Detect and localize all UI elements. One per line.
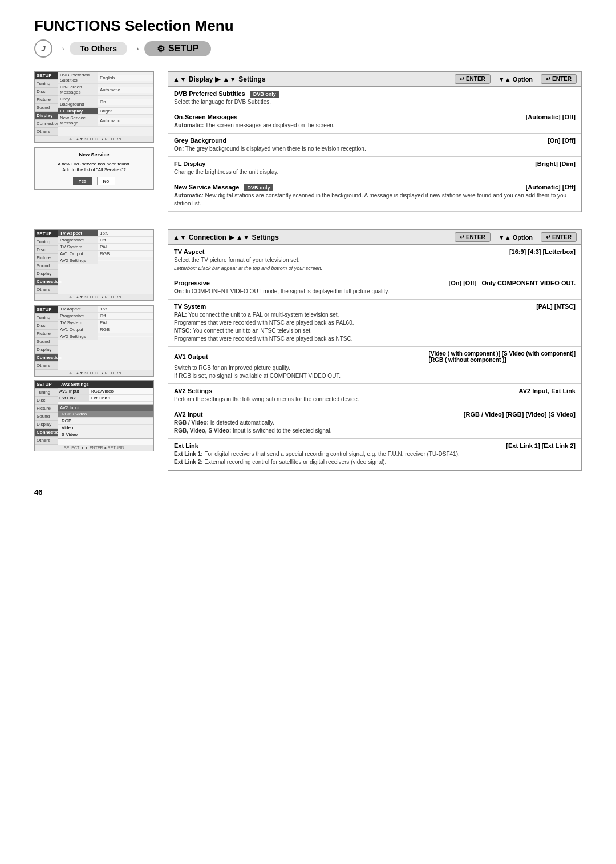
menu-value-dvb: English: [98, 75, 153, 81]
av2-input-label: AV2 Input: [58, 388, 89, 394]
av2input-desc: RGB / Video: Is detected automatically. …: [174, 419, 576, 435]
display-info-header: ▲▼ Display ▶ ▲▼ Settings ↵ ENTER ▼▲ Opti…: [168, 72, 581, 87]
av2-tv-content: AV2 Settings AV2 Input RGB/Video Ext Lin…: [58, 381, 153, 445]
display-enter-btn2[interactable]: ↵ ENTER: [541, 74, 577, 84]
conn-enter-label: ENTER: [466, 234, 485, 240]
breadcrumb-icon-label: J: [41, 44, 46, 53]
av2settings-options: AV2 Input, Ext Link: [519, 387, 576, 394]
connection-enter-btn[interactable]: ↵ ENTER: [455, 232, 491, 242]
setup-label: SETUP: [168, 43, 198, 54]
connection-tv-screen2: SETUP Tuning Disc Picture Sound Display …: [34, 305, 154, 377]
progressive-desc: On: In COMPONENT VIDEO OUT mode, the sig…: [174, 288, 576, 296]
av2-tv-sidebar: SETUP Tuning Disc Picture Sound Display …: [35, 381, 153, 445]
av2-input-item-svideo[interactable]: S Video: [58, 431, 153, 438]
menu-row-grey: Grey Background On: [58, 96, 153, 108]
breadcrumb-to-others: To Others: [70, 42, 127, 55]
conn-value-tvsystem2: PAL: [98, 320, 153, 326]
conn-label-tvaspect2: TV Aspect: [58, 306, 98, 312]
tvaspect-desc: Select the TV picture format of your tel…: [174, 256, 576, 272]
conn-sidebar-display2: Display: [35, 346, 58, 354]
av2-extlink-label: Ext Link: [58, 395, 89, 401]
connection-tv-sidebar1: SETUP Tuning Disc Picture Sound Display …: [35, 230, 153, 294]
conn-value-tvaspect1: 16:9: [98, 230, 153, 236]
conn-row-av1output2: AV1 Output RGB: [58, 326, 153, 333]
conn-label-tvaspect1: TV Aspect: [58, 230, 98, 236]
connection-info-header: ▲▼ Connection ▶ ▲▼ Settings ↵ ENTER ▼▲ O…: [168, 230, 581, 245]
progressive-options: [On] [Off] Only COMPONENT VIDEO OUT.: [449, 280, 576, 286]
display-header-nav: ▲▼ Display ▶ ▲▼ Settings: [173, 75, 266, 83]
menu-label-onscreen: On-Screen Messages: [58, 84, 98, 95]
sidebar-others: Others: [35, 128, 58, 136]
conn-value-progressive2: Off: [98, 313, 153, 319]
conn-av2input-header: AV2 Input [RGB / Video] [RGB] [Video] [S…: [174, 411, 576, 418]
av2-input-item-rgb[interactable]: RGB: [58, 418, 153, 425]
conn-value-tvsystem1: PAL: [98, 244, 153, 250]
connection-header-nav: ▲▼ Connection ▶ ▲▼ Settings: [173, 233, 279, 241]
display-info-panel: ▲▼ Display ▶ ▲▼ Settings ↵ ENTER ▼▲ Opti…: [168, 71, 582, 212]
extlink-desc: Ext Link 1: For digital receivers that s…: [174, 450, 576, 466]
display-row-dvb-header: DVB Preferred Subtitles DVB only: [174, 90, 576, 97]
connection-settings-label: Settings: [252, 233, 279, 241]
conn-label-progressive2: Progressive: [58, 313, 98, 319]
connection-tv-sidebar2: SETUP Tuning Disc Picture Sound Display …: [35, 306, 153, 370]
sidebar-sound: Sound: [35, 104, 58, 112]
conn-enter-label2: ENTER: [552, 234, 572, 240]
conn-sidebar-disc2: Disc: [35, 322, 58, 330]
enter-label2: ENTER: [552, 76, 572, 82]
sidebar-disc: Disc: [35, 88, 58, 96]
menu-row-newservice: New Service Message Automatic: [58, 115, 153, 127]
fl-desc: Change the brightness of the unit displa…: [174, 168, 576, 176]
display-row-grey: Grey Background [On] [Off] On: The grey …: [168, 134, 581, 157]
conn-label-av1output1: AV1 Output: [58, 251, 98, 257]
newservice-title: New Service Message DVB only: [174, 184, 273, 191]
dialog-no-button[interactable]: No: [97, 177, 116, 185]
conn-sidebar-setup2: SETUP: [35, 306, 58, 314]
connection-header-arrow: ▶: [229, 233, 234, 241]
grey-options: [On] [Off]: [548, 137, 576, 144]
conn-av1output-header: AV1 Output [Video ( with component )] [S…: [174, 350, 576, 363]
tvaspect-options: [16:9] [4:3] [Letterbox]: [509, 248, 576, 255]
menu-label-fl: FL Display: [58, 108, 98, 114]
av2-input-list-header: AV2 Input: [58, 405, 153, 411]
connection-tv-bottom1: TAB ▲▼ SELECT ● RETURN: [35, 294, 153, 300]
conn-label-tvsystem1: TV System: [58, 244, 98, 250]
conn-value-av2settings2: [98, 336, 153, 337]
breadcrumb-arrow1: →: [56, 43, 66, 55]
menu-row-fl: FL Display Bright: [58, 108, 153, 115]
fl-options: [Bright] [Dim]: [535, 160, 576, 167]
av2-sidebar: SETUP Tuning Disc Picture Sound Display …: [35, 381, 58, 445]
display-row-dvb: DVB Preferred Subtitles DVB only Select …: [168, 87, 581, 110]
display-row-onscreen-header: On-Screen Messages [Automatic] [Off]: [174, 114, 576, 120]
av2settings-desc: Perform the settings in the following su…: [174, 395, 576, 403]
av2-input-item-rgbvideo[interactable]: RGB / Video: [58, 411, 153, 418]
conn-value-tvaspect2: 16:9: [98, 306, 153, 312]
connection-tv-menu1: TV Aspect 16:9 Progressive Off TV System…: [58, 230, 153, 294]
extlink-title: Ext Link: [174, 442, 198, 449]
display-tv-bottom: TAB ▲▼ SELECT ● RETURN: [35, 136, 153, 142]
display-row-fl-header: FL Display [Bright] [Dim]: [174, 160, 576, 167]
conn-row-progressive: Progressive [On] [Off] Only COMPONENT VI…: [168, 276, 581, 300]
enter-label: ENTER: [466, 76, 485, 82]
display-enter-btn[interactable]: ↵ ENTER: [455, 74, 491, 84]
connection-enter-btn2[interactable]: ↵ ENTER: [541, 232, 577, 242]
conn-sidebar-setup: SETUP: [35, 230, 58, 238]
menu-row-onscreen: On-Screen Messages Automatic: [58, 84, 153, 96]
display-row-grey-header: Grey Background [On] [Off]: [174, 137, 576, 144]
dialog-yes-button[interactable]: Yes: [73, 177, 92, 185]
av2-row-input: AV2 Input RGB/Video: [58, 388, 153, 395]
av2-sidebar-connection: Connection: [35, 429, 58, 437]
new-service-dialog: New Service A new DVB service has been f…: [34, 147, 154, 190]
av2-input-item-video[interactable]: Video: [58, 425, 153, 431]
grey-desc: On: The grey background is displayed whe…: [174, 145, 576, 153]
conn-tvsystem-header: TV System [PAL] [NTSC]: [174, 303, 576, 310]
breadcrumb-arrow2: →: [131, 43, 141, 55]
menu-label-newservice: New Service Message: [58, 115, 98, 126]
menu-value-fl: Bright: [98, 108, 153, 114]
av2-sidebar-sound: Sound: [35, 413, 58, 421]
menu-value-grey: On: [98, 99, 153, 105]
conn-sidebar-others1: Others: [35, 286, 58, 294]
conn-progressive-header: Progressive [On] [Off] Only COMPONENT VI…: [174, 280, 576, 286]
conn-enter-icon: ↵: [460, 234, 464, 240]
av2-sidebar-picture: Picture: [35, 405, 58, 413]
display-tv-panel: SETUP Tuning Disc Picture Sound Display …: [34, 71, 154, 212]
